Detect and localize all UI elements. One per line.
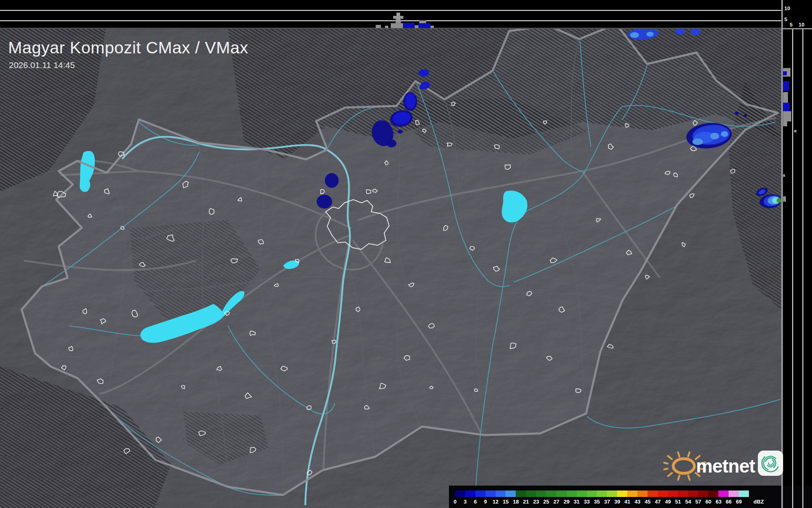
- colorbar-cell-9: [486, 490, 496, 497]
- colorbar-cell-39: [617, 490, 627, 497]
- right-axis-label-10: 10: [799, 22, 804, 28]
- colorbar-tick-0: 0: [453, 499, 456, 505]
- top-profile-bar: [431, 26, 434, 28]
- colorbar-tick-69: 69: [736, 499, 742, 505]
- radar-echo: [777, 198, 781, 203]
- colorbar-unit: dBZ: [753, 499, 764, 505]
- panel-divider: [781, 0, 783, 508]
- colorbar-tick-57: 57: [695, 499, 701, 505]
- colorbar-cell-49: [668, 490, 678, 497]
- corner-divider: [781, 28, 812, 29]
- map-area: [0, 24, 782, 508]
- colorbar-tick-47: 47: [655, 499, 661, 505]
- radar-echo: [405, 93, 416, 109]
- top-profile-bar: [403, 23, 415, 28]
- colorbar-cell-37: [607, 490, 617, 497]
- colorbar-tick-3: 3: [464, 499, 466, 505]
- colorbar-tick-60: 60: [705, 499, 711, 505]
- right-profile-bar: [783, 196, 786, 202]
- colorbar-tick-43: 43: [635, 499, 640, 505]
- colorbar-cell-25: [546, 490, 556, 497]
- colorbar-cell-35: [597, 490, 607, 497]
- colorbar-tick-31: 31: [574, 499, 580, 505]
- colorbar-tick-29: 29: [564, 499, 569, 505]
- right-profile-bar: [794, 130, 797, 132]
- radar-echo: [646, 32, 654, 37]
- top-profile-bar: [376, 25, 381, 28]
- top-profile-bar: [391, 23, 396, 28]
- colorbar-tick-45: 45: [645, 499, 650, 505]
- colorbar-cell-45: [648, 490, 658, 497]
- colorbar-tick-41: 41: [624, 499, 630, 505]
- radar-echo: [675, 28, 685, 35]
- colorbar-tick-39: 39: [614, 499, 620, 505]
- top-axis-label-10: 10: [784, 5, 790, 11]
- sun-ray: [688, 452, 690, 457]
- colorbar-cell-66: [729, 490, 739, 497]
- colorbar-cell-27: [556, 490, 567, 497]
- right-profile-bar: [783, 111, 791, 121]
- colorbar-cell-21: [526, 490, 536, 497]
- radar-echo: [691, 28, 700, 35]
- right-profile-bar: [783, 81, 789, 91]
- right-gridline-5: [792, 29, 793, 508]
- radar-echo: [398, 130, 403, 134]
- colorbar-tick-21: 21: [523, 499, 529, 505]
- metnet-logo: metnet: [663, 446, 786, 485]
- right-gridline-10: [803, 29, 803, 508]
- colorbar-cell-54: [688, 490, 698, 497]
- radar-echo: [721, 131, 728, 137]
- radar-echo: [317, 195, 332, 209]
- colorbar-cell-47: [658, 490, 668, 497]
- colorbar-cell-29: [567, 490, 577, 497]
- radar-map-canvas: [0, 0, 812, 508]
- sun-ray: [668, 473, 672, 476]
- metnet-wordmark: metnet: [696, 455, 755, 477]
- colorbar-tick-63: 63: [716, 499, 721, 505]
- colorbar-tick-12: 12: [492, 499, 498, 505]
- colorbar-tick-49: 49: [665, 499, 671, 505]
- metnet-logo-graphic: metnet: [663, 446, 786, 485]
- sun-ray: [663, 462, 668, 464]
- colorbar-cell-23: [536, 490, 546, 497]
- colorbar-cell-57: [698, 490, 708, 497]
- colorbar-tick-51: 51: [675, 499, 681, 505]
- colorbar-cell-60: [708, 490, 718, 497]
- right-axis-label-5: 5: [790, 22, 792, 28]
- top-axis-label-5: 5: [784, 16, 787, 22]
- colorbar-tick-6: 6: [474, 499, 477, 505]
- right-profile-bar: [783, 103, 790, 111]
- colorbar-cell-69: [739, 490, 749, 497]
- colorbar-cell-43: [637, 490, 648, 497]
- radar-echo: [325, 173, 339, 188]
- timestamp: 2026.01.11 14:45: [9, 60, 75, 70]
- radar-echo: [630, 32, 639, 38]
- sun-ray: [663, 468, 668, 470]
- colorbar-tick-15: 15: [503, 499, 508, 505]
- colorbar-cell-15: [506, 490, 516, 497]
- radar-composite-viewer: Magyar Kompozit CMax / VMax 2026.01.11 1…: [0, 0, 812, 508]
- colorbar-tick-37: 37: [604, 499, 610, 505]
- colorbar-cell-51: [678, 490, 688, 497]
- top-profile-bar: [415, 25, 418, 28]
- right-profile-bar: [783, 71, 787, 75]
- colorbar-cell-6: [475, 490, 486, 497]
- right-profile-bar: [783, 92, 788, 103]
- colorbar-tick-23: 23: [533, 499, 539, 505]
- top-gridline-10: [0, 10, 781, 11]
- colorbar-tick-35: 35: [594, 499, 600, 505]
- colorbar-tick-18: 18: [513, 499, 519, 505]
- colorbar-tick-66: 66: [726, 499, 731, 505]
- radar-echo: [418, 69, 429, 77]
- colorbar-tick-25: 25: [543, 499, 549, 505]
- colorbar-cell-63: [718, 490, 729, 497]
- radar-echo: [692, 139, 703, 145]
- top-profile-bar: [418, 23, 431, 28]
- colorbar-cell-18: [516, 490, 526, 497]
- colorbar-tick-54: 54: [685, 499, 691, 505]
- right-profile-bar: [783, 121, 787, 126]
- sun-ray: [668, 456, 672, 459]
- colorbar-tick-33: 33: [584, 499, 589, 505]
- colorbar-cell-41: [627, 490, 637, 497]
- radar-echo: [387, 139, 396, 147]
